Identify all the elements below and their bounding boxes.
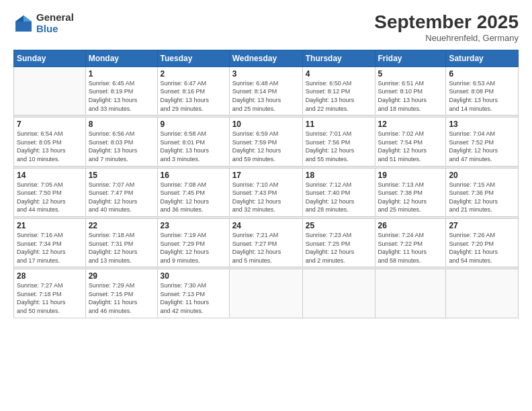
day-number: 19 [378, 171, 443, 180]
calendar-cell: 22Sunrise: 7:18 AM Sunset: 7:31 PM Dayli… [85, 218, 157, 267]
day-number: 25 [306, 221, 372, 230]
day-info: Sunrise: 7:13 AM Sunset: 7:38 PM Dayligh… [378, 181, 443, 214]
location: Neuehrenfeld, Germany [374, 33, 519, 43]
day-info: Sunrise: 6:56 AM Sunset: 8:03 PM Dayligh… [89, 130, 154, 163]
calendar-week-row: 1Sunrise: 6:45 AM Sunset: 8:19 PM Daylig… [14, 66, 519, 115]
day-number: 17 [232, 171, 300, 180]
day-number: 1 [89, 69, 154, 79]
calendar-cell: 17Sunrise: 7:10 AM Sunset: 7:43 PM Dayli… [229, 168, 302, 216]
day-info: Sunrise: 7:02 AM Sunset: 7:54 PM Dayligh… [378, 130, 443, 163]
day-info: Sunrise: 6:45 AM Sunset: 8:19 PM Dayligh… [89, 79, 154, 113]
day-info: Sunrise: 7:18 AM Sunset: 7:31 PM Dayligh… [89, 231, 154, 265]
day-info: Sunrise: 6:59 AM Sunset: 7:59 PM Dayligh… [232, 130, 300, 163]
day-info: Sunrise: 7:24 AM Sunset: 7:22 PM Dayligh… [378, 231, 443, 265]
day-number: 20 [449, 171, 515, 180]
day-number: 21 [17, 221, 83, 230]
calendar-cell: 10Sunrise: 6:59 AM Sunset: 7:59 PM Dayli… [229, 118, 302, 166]
page: General Blue September 2025 Neuehrenfeld… [0, 0, 532, 411]
calendar-cell: 11Sunrise: 7:01 AM Sunset: 7:56 PM Dayli… [302, 118, 375, 166]
calendar-cell: 27Sunrise: 7:26 AM Sunset: 7:20 PM Dayli… [446, 218, 519, 267]
day-info: Sunrise: 7:23 AM Sunset: 7:25 PM Dayligh… [306, 231, 372, 265]
calendar-cell: 14Sunrise: 7:05 AM Sunset: 7:50 PM Dayli… [14, 168, 86, 216]
day-info: Sunrise: 6:54 AM Sunset: 8:05 PM Dayligh… [17, 130, 83, 163]
day-number: 15 [89, 171, 154, 180]
calendar-table: SundayMondayTuesdayWednesdayThursdayFrid… [13, 50, 519, 318]
day-number: 5 [378, 69, 443, 79]
calendar-header-monday: Monday [85, 50, 157, 66]
calendar-header-tuesday: Tuesday [157, 50, 229, 66]
calendar-cell: 5Sunrise: 6:51 AM Sunset: 8:10 PM Daylig… [375, 66, 446, 115]
logo: General Blue [13, 12, 74, 34]
logo-general-text: General [36, 12, 74, 24]
day-info: Sunrise: 7:21 AM Sunset: 7:27 PM Dayligh… [232, 231, 300, 265]
calendar-cell [375, 269, 446, 318]
calendar-header-saturday: Saturday [446, 50, 519, 66]
calendar-header-friday: Friday [375, 50, 446, 66]
day-number: 16 [161, 171, 226, 180]
day-number: 12 [378, 120, 443, 129]
calendar-cell: 24Sunrise: 7:21 AM Sunset: 7:27 PM Dayli… [229, 218, 302, 267]
calendar-header-row: SundayMondayTuesdayWednesdayThursdayFrid… [14, 50, 519, 66]
calendar-week-row: 7Sunrise: 6:54 AM Sunset: 8:05 PM Daylig… [14, 118, 519, 166]
calendar-cell: 23Sunrise: 7:19 AM Sunset: 7:29 PM Dayli… [157, 218, 229, 267]
day-number: 22 [89, 221, 154, 230]
calendar-cell [446, 269, 519, 318]
calendar-cell: 15Sunrise: 7:07 AM Sunset: 7:47 PM Dayli… [85, 168, 157, 216]
calendar-cell [14, 66, 86, 115]
day-info: Sunrise: 6:47 AM Sunset: 8:16 PM Dayligh… [161, 79, 226, 113]
calendar-cell: 6Sunrise: 6:53 AM Sunset: 8:08 PM Daylig… [446, 66, 519, 115]
day-info: Sunrise: 6:51 AM Sunset: 8:10 PM Dayligh… [378, 79, 443, 113]
month-title: September 2025 [374, 12, 519, 33]
calendar-cell: 25Sunrise: 7:23 AM Sunset: 7:25 PM Dayli… [302, 218, 375, 267]
svg-marker-1 [24, 15, 32, 21]
day-number: 30 [161, 271, 226, 281]
calendar-cell: 21Sunrise: 7:16 AM Sunset: 7:34 PM Dayli… [14, 218, 86, 267]
day-info: Sunrise: 6:48 AM Sunset: 8:14 PM Dayligh… [232, 79, 300, 113]
day-info: Sunrise: 7:04 AM Sunset: 7:52 PM Dayligh… [449, 130, 515, 163]
calendar-cell: 13Sunrise: 7:04 AM Sunset: 7:52 PM Dayli… [446, 118, 519, 166]
day-info: Sunrise: 6:58 AM Sunset: 8:01 PM Dayligh… [161, 130, 226, 163]
calendar-cell: 29Sunrise: 7:29 AM Sunset: 7:15 PM Dayli… [85, 269, 157, 318]
day-number: 2 [161, 69, 226, 79]
day-number: 14 [17, 171, 83, 180]
day-number: 4 [306, 69, 372, 79]
calendar-cell: 18Sunrise: 7:12 AM Sunset: 7:40 PM Dayli… [302, 168, 375, 216]
day-info: Sunrise: 7:05 AM Sunset: 7:50 PM Dayligh… [17, 181, 83, 214]
day-number: 28 [17, 271, 83, 281]
day-number: 24 [232, 221, 300, 230]
day-number: 10 [232, 120, 300, 129]
day-info: Sunrise: 7:26 AM Sunset: 7:20 PM Dayligh… [449, 231, 515, 265]
calendar-cell: 30Sunrise: 7:30 AM Sunset: 7:13 PM Dayli… [157, 269, 229, 318]
day-info: Sunrise: 7:10 AM Sunset: 7:43 PM Dayligh… [232, 181, 300, 214]
calendar-cell: 12Sunrise: 7:02 AM Sunset: 7:54 PM Dayli… [375, 118, 446, 166]
day-info: Sunrise: 7:07 AM Sunset: 7:47 PM Dayligh… [89, 181, 154, 214]
day-info: Sunrise: 7:27 AM Sunset: 7:18 PM Dayligh… [17, 281, 83, 315]
logo-text: General Blue [36, 12, 74, 34]
calendar-cell: 19Sunrise: 7:13 AM Sunset: 7:38 PM Dayli… [375, 168, 446, 216]
calendar-cell: 28Sunrise: 7:27 AM Sunset: 7:18 PM Dayli… [14, 269, 86, 318]
calendar-cell [229, 269, 302, 318]
day-info: Sunrise: 6:53 AM Sunset: 8:08 PM Dayligh… [449, 79, 515, 113]
day-info: Sunrise: 7:29 AM Sunset: 7:15 PM Dayligh… [89, 281, 154, 315]
calendar-cell: 3Sunrise: 6:48 AM Sunset: 8:14 PM Daylig… [229, 66, 302, 115]
svg-marker-2 [15, 15, 24, 21]
day-number: 7 [17, 120, 83, 129]
day-info: Sunrise: 7:01 AM Sunset: 7:56 PM Dayligh… [306, 130, 372, 163]
day-number: 13 [449, 120, 515, 129]
day-info: Sunrise: 7:30 AM Sunset: 7:13 PM Dayligh… [161, 281, 226, 315]
day-number: 18 [306, 171, 372, 180]
calendar-cell: 26Sunrise: 7:24 AM Sunset: 7:22 PM Dayli… [375, 218, 446, 267]
calendar-cell: 20Sunrise: 7:15 AM Sunset: 7:36 PM Dayli… [446, 168, 519, 216]
day-info: Sunrise: 7:19 AM Sunset: 7:29 PM Dayligh… [161, 231, 226, 265]
calendar-cell: 2Sunrise: 6:47 AM Sunset: 8:16 PM Daylig… [157, 66, 229, 115]
day-number: 26 [378, 221, 443, 230]
day-number: 9 [161, 120, 226, 129]
calendar-header-thursday: Thursday [302, 50, 375, 66]
calendar-header-wednesday: Wednesday [229, 50, 302, 66]
logo-icon [13, 13, 34, 34]
calendar-cell: 4Sunrise: 6:50 AM Sunset: 8:12 PM Daylig… [302, 66, 375, 115]
calendar-cell: 8Sunrise: 6:56 AM Sunset: 8:03 PM Daylig… [85, 118, 157, 166]
day-info: Sunrise: 7:16 AM Sunset: 7:34 PM Dayligh… [17, 231, 83, 265]
calendar-cell: 1Sunrise: 6:45 AM Sunset: 8:19 PM Daylig… [85, 66, 157, 115]
day-number: 8 [89, 120, 154, 129]
